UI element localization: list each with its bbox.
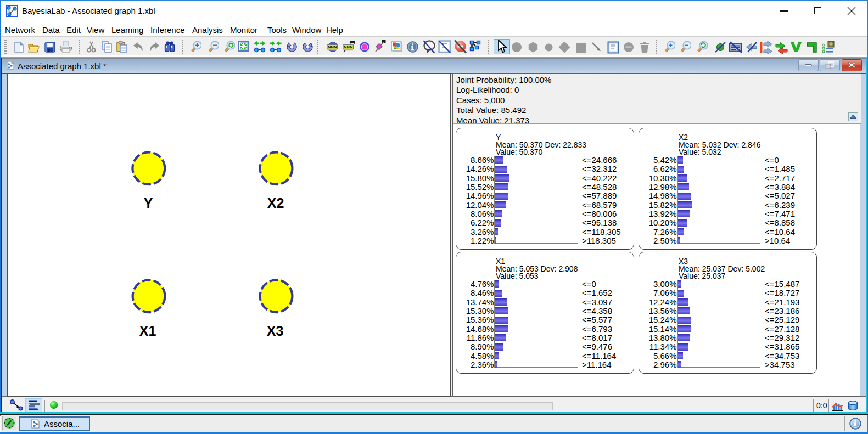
- svg-text:NNN: NNN: [344, 44, 352, 49]
- svg-text:NNN: NNN: [328, 44, 337, 49]
- svg-text:Y: Y: [144, 195, 153, 211]
- svg-text:X1: X1: [139, 323, 156, 339]
- svg-text:X3: X3: [267, 323, 284, 339]
- svg-text:X2: X2: [267, 195, 284, 211]
